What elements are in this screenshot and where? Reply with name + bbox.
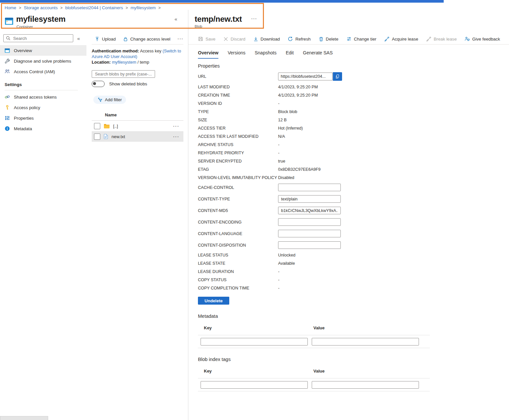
property-value: Block blob [278,109,297,114]
property-input[interactable] [278,195,341,203]
x-icon [223,37,228,42]
property-input[interactable] [278,241,341,249]
settings-section-header: Settings [0,82,86,87]
metadata-key-input[interactable] [201,338,308,345]
breadcrumb-storage-accounts[interactable]: Storage accounts [24,5,58,10]
give-feedback-button[interactable]: Give feedback [464,36,500,42]
change-access-level-button[interactable]: Change access level [123,37,171,42]
browser-status-bar [0,416,48,420]
sidebar-item-label: Metadata [14,126,32,131]
tab-edit[interactable]: Edit [286,50,294,59]
blob-blade-more-icon[interactable]: ··· [251,16,257,21]
property-value: 4/1/2023, 9:25:20 PM [278,93,318,98]
tab-overview[interactable]: Overview [198,50,218,59]
tab-versions[interactable]: Versions [228,50,245,59]
sidebar-item-diagnose[interactable]: Diagnose and solve problems [0,56,86,66]
toolbar-label: Break lease [434,37,457,42]
url-value-input[interactable] [278,73,333,80]
folder-icon [104,124,110,129]
property-label: LEASE STATUS [198,253,278,257]
copy-url-button[interactable] [333,72,342,81]
break-lease-button[interactable]: Break lease [426,36,457,42]
blob-row-new-txt[interactable]: new.txt ··· [92,131,183,142]
lock-icon [123,37,128,42]
sidebar-item-overview[interactable]: Overview [0,45,86,56]
add-filter-button[interactable]: Add filter [93,96,126,104]
sidebar-item-access-policy[interactable]: Access policy [0,102,86,113]
index-tags-key-input[interactable] [201,381,308,389]
upload-icon [95,37,100,42]
menu-search-input[interactable] [13,36,71,41]
lease-icon [384,36,390,42]
blob-prefix-search-input[interactable] [94,72,152,77]
delete-button[interactable]: Delete [319,37,338,42]
collapse-blade-icon[interactable]: « [175,16,177,22]
property-value: Hot (Inferred) [278,126,303,131]
acquire-lease-button[interactable]: Acquire lease [384,36,418,42]
show-deleted-blobs-toggle[interactable] [92,81,105,87]
name-column-header[interactable]: Name [92,112,183,117]
sidebar-item-properties[interactable]: Properties [0,113,86,123]
breadcrumb-home[interactable]: Home [5,5,16,10]
blob-toolbar: Save Discard Download Refresh Delete Cha… [188,34,509,44]
row-menu-icon[interactable]: ··· [173,134,179,139]
property-input[interactable] [278,184,341,191]
property-input[interactable] [278,218,341,226]
property-row: ACCESS TIER LAST MODIFIED N/A [198,132,509,140]
property-label: CONTENT-MD5 [198,208,278,213]
blob-row-name[interactable]: new.txt [111,134,170,139]
tab-generate-sas[interactable]: Generate SAS [303,50,333,59]
container-blade-subtitle: Container [16,25,33,29]
container-icon [5,17,14,25]
change-tier-button[interactable]: Change tier [346,36,376,42]
property-row-url: URL [198,72,509,81]
blob-row-name[interactable]: [..] [113,124,170,129]
save-button[interactable]: Save [198,36,215,42]
index-tags-value-input[interactable] [312,381,419,389]
blob-blade-subtitle: Blob [195,24,202,28]
download-button[interactable]: Download [253,37,280,42]
location-container-link[interactable]: myfilesystem [112,60,136,65]
collapse-menu-icon[interactable]: « [77,36,80,41]
breadcrumb-storage-account-containers[interactable]: blobfusetest2044 | Containers [65,5,123,10]
trash-icon [319,37,324,42]
property-input[interactable] [278,230,341,237]
metadata-value-input[interactable] [312,338,419,345]
blob-row-parent-folder[interactable]: [..] ··· [92,121,183,131]
readonly-properties-top: LAST MODIFIED 4/1/2023, 9:25:20 PM CREAT… [198,83,509,182]
refresh-button[interactable]: Refresh [288,36,310,42]
copy-icon [335,74,340,79]
row-checkbox[interactable] [94,134,100,140]
property-label: TYPE [198,109,278,114]
menu-search-box[interactable] [3,34,73,42]
blob-prefix-search-box[interactable] [92,70,155,78]
sidebar-item-shared-access-tokens[interactable]: Shared access tokens [0,92,86,102]
info-icon [5,126,10,131]
property-value: - [278,142,279,147]
sidebar-item-label: Shared access tokens [14,95,57,100]
sidebar-item-metadata[interactable]: Metadata [0,123,86,134]
sidebar-item-access-control[interactable]: Access Control (IAM) [0,66,86,77]
people-icon [5,69,10,74]
property-label: CONTENT-ENCODING [198,220,278,225]
row-menu-icon[interactable]: ··· [173,124,179,129]
more-commands-icon[interactable]: ··· [178,37,184,41]
discard-button[interactable]: Discard [223,37,245,42]
property-label: CONTENT-LANGUAGE [198,231,278,236]
upload-button[interactable]: Upload [95,37,116,42]
link-icon [5,94,10,100]
container-icon [5,48,10,53]
row-checkbox[interactable] [94,123,100,129]
property-value: - [278,286,279,290]
property-input-row: CACHE-CONTROL [198,182,509,193]
undelete-button[interactable]: Undelete [198,297,229,305]
property-row: ARCHIVE STATUS - [198,140,509,149]
tab-snapshots[interactable]: Snapshots [255,50,276,59]
breadcrumb-container[interactable]: myfilesystem [131,5,156,10]
property-input[interactable] [278,207,341,214]
location-separator: / [138,60,139,65]
property-label: URL [198,74,278,79]
index-tags-key-header: Key [198,369,313,374]
breadcrumb-separator: > [60,6,63,10]
toolbar-label: Change access level [130,37,171,42]
